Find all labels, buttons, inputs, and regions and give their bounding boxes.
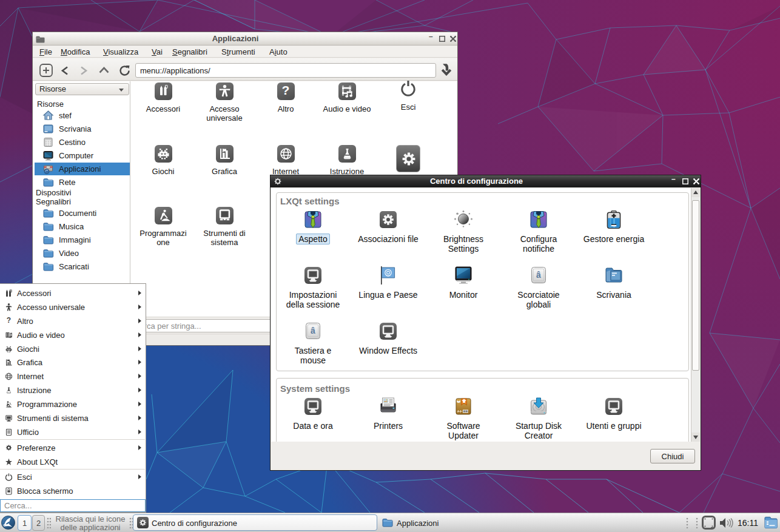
svg-text:â: â	[311, 326, 315, 335]
svg-text:â: â	[536, 270, 541, 280]
